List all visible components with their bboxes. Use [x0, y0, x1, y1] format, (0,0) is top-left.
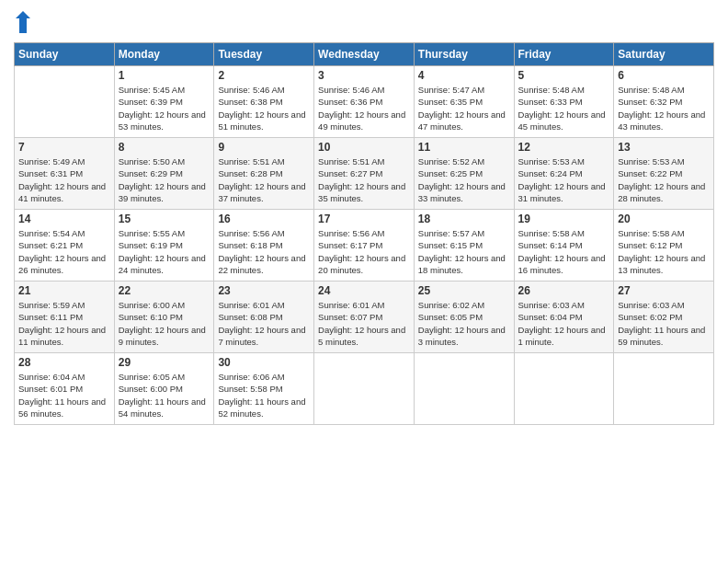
- day-number: 15: [119, 213, 210, 225]
- day-info: Sunrise: 6:02 AMSunset: 6:05 PMDaylight:…: [418, 299, 510, 348]
- calendar-cell: 27Sunrise: 6:03 AMSunset: 6:02 PMDayligh…: [614, 282, 714, 353]
- day-number: 28: [18, 356, 110, 369]
- day-info: Sunrise: 5:56 AMSunset: 6:18 PMDaylight:…: [218, 227, 310, 276]
- calendar-cell: 24Sunrise: 6:01 AMSunset: 6:07 PMDayligh…: [314, 282, 415, 353]
- day-info: Sunrise: 5:47 AMSunset: 6:35 PMDaylight:…: [418, 84, 510, 132]
- day-number: 23: [218, 284, 310, 297]
- day-info: Sunrise: 5:53 AMSunset: 6:22 PMDaylight:…: [618, 155, 710, 204]
- header-day: Monday: [114, 43, 214, 66]
- day-number: 21: [18, 284, 110, 297]
- calendar-cell: 17Sunrise: 5:56 AMSunset: 6:17 PMDayligh…: [314, 210, 415, 282]
- day-number: 12: [518, 141, 610, 154]
- calendar-table: SundayMondayTuesdayWednesdayThursdayFrid…: [14, 42, 714, 425]
- day-info: Sunrise: 6:03 AMSunset: 6:02 PMDaylight:…: [618, 299, 710, 348]
- calendar-cell: 19Sunrise: 5:58 AMSunset: 6:14 PMDayligh…: [514, 210, 614, 282]
- day-info: Sunrise: 6:03 AMSunset: 6:04 PMDaylight:…: [518, 299, 610, 348]
- calendar-cell: [314, 353, 415, 425]
- day-number: 30: [218, 356, 310, 369]
- day-info: Sunrise: 5:53 AMSunset: 6:24 PMDaylight:…: [518, 155, 610, 204]
- day-number: 1: [119, 69, 210, 82]
- calendar-cell: 20Sunrise: 5:58 AMSunset: 6:12 PMDayligh…: [614, 210, 714, 282]
- calendar-cell: 3Sunrise: 5:46 AMSunset: 6:36 PMDaylight…: [314, 66, 415, 138]
- day-number: 17: [318, 213, 410, 225]
- calendar-cell: 15Sunrise: 5:55 AMSunset: 6:19 PMDayligh…: [114, 210, 214, 282]
- header-day: Thursday: [414, 43, 514, 66]
- day-number: 6: [618, 69, 710, 82]
- day-info: Sunrise: 5:57 AMSunset: 6:15 PMDaylight:…: [418, 227, 510, 276]
- calendar-cell: 16Sunrise: 5:56 AMSunset: 6:18 PMDayligh…: [214, 210, 314, 282]
- day-info: Sunrise: 5:51 AMSunset: 6:27 PMDaylight:…: [318, 155, 410, 204]
- calendar-cell: 26Sunrise: 6:03 AMSunset: 6:04 PMDayligh…: [514, 282, 614, 353]
- day-number: 18: [418, 213, 510, 225]
- day-number: 22: [119, 284, 210, 297]
- day-number: 25: [418, 284, 510, 297]
- day-info: Sunrise: 5:55 AMSunset: 6:19 PMDaylight:…: [119, 227, 210, 276]
- day-info: Sunrise: 5:50 AMSunset: 6:29 PMDaylight:…: [119, 155, 210, 204]
- header-day: Wednesday: [314, 43, 415, 66]
- header: [14, 9, 714, 35]
- day-number: 14: [18, 213, 110, 225]
- calendar-cell: 14Sunrise: 5:54 AMSunset: 6:21 PMDayligh…: [15, 210, 115, 282]
- day-info: Sunrise: 6:05 AMSunset: 6:00 PMDaylight:…: [119, 371, 210, 419]
- day-number: 29: [119, 356, 210, 369]
- day-number: 5: [518, 69, 610, 82]
- day-number: 16: [218, 213, 310, 225]
- calendar-week: 28Sunrise: 6:04 AMSunset: 6:01 PMDayligh…: [15, 353, 714, 425]
- day-info: Sunrise: 5:48 AMSunset: 6:33 PMDaylight:…: [518, 84, 610, 132]
- svg-marker-0: [16, 11, 30, 33]
- calendar-cell: 8Sunrise: 5:50 AMSunset: 6:29 PMDaylight…: [114, 138, 214, 210]
- header-day: Friday: [514, 43, 614, 66]
- calendar-cell: [414, 353, 514, 425]
- calendar-cell: 25Sunrise: 6:02 AMSunset: 6:05 PMDayligh…: [414, 282, 514, 353]
- header-row: SundayMondayTuesdayWednesdayThursdayFrid…: [15, 43, 714, 66]
- day-info: Sunrise: 5:59 AMSunset: 6:11 PMDaylight:…: [18, 299, 110, 348]
- calendar-cell: 10Sunrise: 5:51 AMSunset: 6:27 PMDayligh…: [314, 138, 415, 210]
- calendar-cell: 9Sunrise: 5:51 AMSunset: 6:28 PMDaylight…: [214, 138, 314, 210]
- day-number: 4: [418, 69, 510, 82]
- calendar-cell: 29Sunrise: 6:05 AMSunset: 6:00 PMDayligh…: [114, 353, 214, 425]
- calendar-page: SundayMondayTuesdayWednesdayThursdayFrid…: [0, 0, 728, 563]
- day-info: Sunrise: 5:49 AMSunset: 6:31 PMDaylight:…: [18, 155, 110, 204]
- day-info: Sunrise: 6:04 AMSunset: 6:01 PMDaylight:…: [18, 371, 110, 419]
- logo: [14, 9, 34, 35]
- day-number: 8: [119, 141, 210, 154]
- calendar-cell: 21Sunrise: 5:59 AMSunset: 6:11 PMDayligh…: [15, 282, 115, 353]
- logo-icon: [14, 9, 32, 35]
- day-info: Sunrise: 6:01 AMSunset: 6:08 PMDaylight:…: [218, 299, 310, 348]
- calendar-cell: 1Sunrise: 5:45 AMSunset: 6:39 PMDaylight…: [114, 66, 214, 138]
- day-number: 2: [218, 69, 310, 82]
- calendar-cell: 13Sunrise: 5:53 AMSunset: 6:22 PMDayligh…: [614, 138, 714, 210]
- day-info: Sunrise: 5:52 AMSunset: 6:25 PMDaylight:…: [418, 155, 510, 204]
- calendar-cell: 28Sunrise: 6:04 AMSunset: 6:01 PMDayligh…: [15, 353, 115, 425]
- calendar-cell: [514, 353, 614, 425]
- day-info: Sunrise: 5:45 AMSunset: 6:39 PMDaylight:…: [119, 84, 210, 132]
- day-info: Sunrise: 5:48 AMSunset: 6:32 PMDaylight:…: [618, 84, 710, 132]
- day-number: 3: [318, 69, 410, 82]
- day-info: Sunrise: 5:54 AMSunset: 6:21 PMDaylight:…: [18, 227, 110, 276]
- calendar-week: 7Sunrise: 5:49 AMSunset: 6:31 PMDaylight…: [15, 138, 714, 210]
- day-number: 19: [518, 213, 610, 225]
- calendar-cell: 18Sunrise: 5:57 AMSunset: 6:15 PMDayligh…: [414, 210, 514, 282]
- day-number: 27: [618, 284, 710, 297]
- calendar-cell: 11Sunrise: 5:52 AMSunset: 6:25 PMDayligh…: [414, 138, 514, 210]
- calendar-cell: 4Sunrise: 5:47 AMSunset: 6:35 PMDaylight…: [414, 66, 514, 138]
- calendar-cell: 23Sunrise: 6:01 AMSunset: 6:08 PMDayligh…: [214, 282, 314, 353]
- day-number: 11: [418, 141, 510, 154]
- header-day: Sunday: [15, 43, 115, 66]
- day-info: Sunrise: 5:46 AMSunset: 6:38 PMDaylight:…: [218, 84, 310, 132]
- calendar-cell: 7Sunrise: 5:49 AMSunset: 6:31 PMDaylight…: [15, 138, 115, 210]
- day-number: 13: [618, 141, 710, 154]
- calendar-cell: [614, 353, 714, 425]
- day-number: 20: [618, 213, 710, 225]
- calendar-week: 14Sunrise: 5:54 AMSunset: 6:21 PMDayligh…: [15, 210, 714, 282]
- calendar-week: 21Sunrise: 5:59 AMSunset: 6:11 PMDayligh…: [15, 282, 714, 353]
- day-info: Sunrise: 5:46 AMSunset: 6:36 PMDaylight:…: [318, 84, 410, 132]
- day-info: Sunrise: 5:56 AMSunset: 6:17 PMDaylight:…: [318, 227, 410, 276]
- day-info: Sunrise: 6:06 AMSunset: 5:58 PMDaylight:…: [218, 371, 310, 419]
- calendar-cell: [15, 66, 115, 138]
- day-number: 10: [318, 141, 410, 154]
- day-info: Sunrise: 5:51 AMSunset: 6:28 PMDaylight:…: [218, 155, 310, 204]
- day-info: Sunrise: 5:58 AMSunset: 6:14 PMDaylight:…: [518, 227, 610, 276]
- calendar-cell: 5Sunrise: 5:48 AMSunset: 6:33 PMDaylight…: [514, 66, 614, 138]
- calendar-cell: 6Sunrise: 5:48 AMSunset: 6:32 PMDaylight…: [614, 66, 714, 138]
